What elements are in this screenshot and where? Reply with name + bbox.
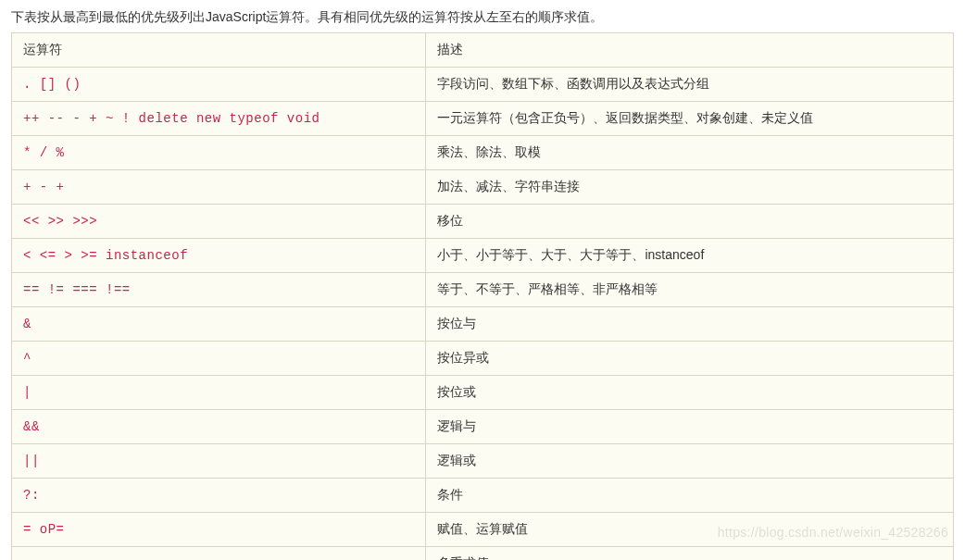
table-row: == != === !==等于、不等于、严格相等、非严格相等 [12,273,954,307]
operator-cell: && [12,410,426,444]
table-row: * / %乘法、除法、取模 [12,136,954,170]
operator-cell: | [12,376,426,410]
description-cell: 等于、不等于、严格相等、非严格相等 [426,273,954,307]
table-row: ^按位异或 [12,342,954,376]
operator-cell: << >> >>> [12,205,426,239]
description-cell: 多重求值 [426,547,954,561]
table-row: < <= > >= instanceof小于、小于等于、大于、大于等于、inst… [12,239,954,273]
header-description: 描述 [426,33,954,68]
operator-cell: , [12,547,426,561]
operator-cell: || [12,444,426,479]
description-cell: 乘法、除法、取模 [426,136,954,170]
operator-cell: ^ [12,342,426,376]
description-cell: 按位或 [426,376,954,410]
table-row: ?:条件 [12,479,954,513]
description-cell: 逻辑或 [426,444,954,479]
table-row: + - +加法、减法、字符串连接 [12,170,954,205]
intro-text: 下表按从最高到最低的优先级列出JavaScript运算符。具有相同优先级的运算符… [11,7,954,27]
description-cell: 条件 [426,479,954,513]
description-cell: 赋值、运算赋值 [426,513,954,547]
table-row: ++ -- - + ~ ! delete new typeof void一元运算… [12,102,954,136]
table-row: &按位与 [12,307,954,342]
description-cell: 字段访问、数组下标、函数调用以及表达式分组 [426,68,954,102]
description-cell: 移位 [426,205,954,239]
description-cell: 加法、减法、字符串连接 [426,170,954,205]
operator-precedence-table: 运算符 描述 . [] ()字段访问、数组下标、函数调用以及表达式分组++ --… [11,32,954,560]
operator-cell: = oP= [12,513,426,547]
operator-cell: ++ -- - + ~ ! delete new typeof void [12,102,426,136]
operator-cell: & [12,307,426,342]
table-row: << >> >>>移位 [12,205,954,239]
table-header-row: 运算符 描述 [12,33,954,68]
table-row: |按位或 [12,376,954,410]
operator-cell: ?: [12,479,426,513]
operator-cell: == != === !== [12,273,426,307]
table-row: ||逻辑或 [12,444,954,479]
description-cell: 小于、小于等于、大于、大于等于、instanceof [426,239,954,273]
description-cell: 按位与 [426,307,954,342]
operator-cell: . [] () [12,68,426,102]
operator-cell: + - + [12,170,426,205]
table-row: &&逻辑与 [12,410,954,444]
table-row: = oP=赋值、运算赋值 [12,513,954,547]
table-row: ,多重求值 [12,547,954,561]
header-operator: 运算符 [12,33,426,68]
table-row: . [] ()字段访问、数组下标、函数调用以及表达式分组 [12,68,954,102]
description-cell: 按位异或 [426,342,954,376]
description-cell: 一元运算符（包含正负号）、返回数据类型、对象创建、未定义值 [426,102,954,136]
operator-cell: * / % [12,136,426,170]
operator-cell: < <= > >= instanceof [12,239,426,273]
description-cell: 逻辑与 [426,410,954,444]
